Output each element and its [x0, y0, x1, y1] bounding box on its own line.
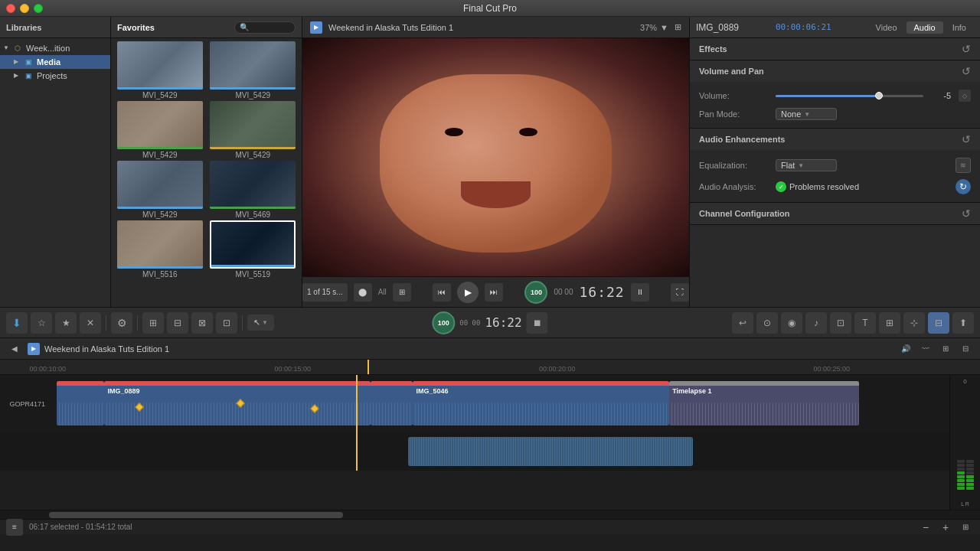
tag-button[interactable]: ★ — [55, 312, 77, 334]
select-tool-btn[interactable]: ↖ ▼ — [247, 315, 274, 331]
analyze-button[interactable] — [956, 179, 971, 194]
media-item-1[interactable]: MVI_5429 — [114, 41, 206, 99]
zoom-btn[interactable]: ⊞ — [937, 341, 954, 357]
app-title: Final Cut Pro — [463, 3, 517, 14]
transition-button[interactable]: ⊡ — [830, 312, 851, 334]
audio-enhancements-reset-icon[interactable]: ↺ — [962, 133, 971, 145]
clip-img0889[interactable]: IMG_0889 — [104, 381, 370, 425]
clip-timelapse[interactable]: Timelapse 1 — [669, 381, 859, 425]
media-thumb-6 — [210, 161, 296, 209]
vu-seg — [966, 464, 974, 467]
vu-seg — [966, 487, 974, 490]
stop-button[interactable]: ⏹ — [527, 312, 548, 334]
rate-button[interactable]: ☆ — [31, 312, 52, 334]
generator-button[interactable]: ⊞ — [879, 312, 900, 334]
audio-enhancements-title: Audio Enhancements — [699, 135, 785, 144]
effects-reset-icon[interactable]: ↺ — [962, 43, 971, 55]
clip-body-0889: IMG_0889 — [104, 386, 370, 425]
clip-img-short[interactable] — [371, 381, 413, 425]
slider-fill — [776, 95, 879, 97]
effects-header[interactable]: Effects ↺ — [690, 38, 980, 60]
volume-pan-reset-icon[interactable]: ↺ — [962, 65, 971, 77]
skip-back-button[interactable]: ⏮ — [433, 283, 451, 302]
search-bar[interactable]: 🔍 — [234, 21, 296, 34]
fullscreen-button[interactable]: ⛶ — [671, 283, 689, 302]
skip-forward-button[interactable]: ⏭ — [485, 283, 503, 302]
vu-lr-label: L R — [961, 501, 969, 507]
media-item-2[interactable]: MVI_5429 — [207, 41, 299, 99]
vu-seg — [957, 464, 965, 467]
library-item-week[interactable]: ▼ ⬡ Week...ition — [0, 41, 110, 55]
eq-editor-btn[interactable]: ≋ — [956, 158, 971, 173]
slider-thumb[interactable] — [875, 92, 883, 99]
zoom-in-btn[interactable]: + — [937, 519, 954, 536]
inspector-header: IMG_0889 00:00:06:21 Video Audio Info — [690, 17, 980, 38]
transform-button[interactable]: ⊹ — [903, 312, 925, 334]
back-button[interactable]: ◀ — [6, 341, 23, 357]
snapshot-button[interactable]: ⊙ — [756, 312, 778, 334]
library-icon: ⬡ — [12, 43, 23, 54]
clip-count-display: 1 of 15 s... — [302, 283, 348, 302]
audio-meter-btn[interactable]: 🔊 — [897, 341, 914, 357]
audio-enhancements-header[interactable]: Audio Enhancements ↺ — [690, 129, 980, 150]
play-button[interactable]: ▶ — [457, 282, 479, 303]
library-item-media[interactable]: ▶ ▣ Media — [0, 55, 110, 69]
connect-button[interactable]: ⊞ — [142, 312, 164, 334]
thumb-bar-5 — [117, 207, 203, 209]
channel-config-reset-icon[interactable]: ↺ — [962, 207, 971, 220]
library-item-projects[interactable]: ▶ ▣ Projects — [0, 69, 110, 83]
clip-list-btn[interactable]: ≡ — [6, 519, 23, 536]
media-item-3[interactable]: MVI_5429 — [114, 101, 206, 159]
volume-pan-header[interactable]: Volume and Pan ↺ — [690, 60, 980, 82]
timeline-scrollbar[interactable] — [0, 510, 980, 519]
volume-slider[interactable] — [776, 95, 923, 97]
overwrite-button[interactable]: ⊡ — [216, 312, 237, 334]
preview-video — [302, 38, 689, 276]
tab-info[interactable]: Info — [945, 21, 974, 34]
media-item-8[interactable]: MVI_5519 — [207, 220, 299, 279]
vu-seg — [957, 487, 965, 490]
clip-name: IMG_0889 — [696, 22, 739, 33]
eq-dropdown[interactable]: Flat ▼ — [776, 159, 837, 171]
reject-button[interactable]: ✕ — [80, 312, 101, 334]
view-toggle[interactable]: ⊞ — [393, 283, 411, 302]
volume-keyframe-btn[interactable]: ◇ — [959, 90, 971, 102]
audio-clip[interactable] — [408, 437, 693, 466]
close-button[interactable] — [6, 4, 15, 13]
channel-config-header[interactable]: Channel Configuration ↺ — [690, 203, 980, 224]
fit-btn[interactable]: ⊞ — [957, 519, 974, 536]
scrollbar-thumb[interactable] — [49, 512, 343, 518]
music-button[interactable]: ♪ — [805, 312, 827, 334]
libraries-panel: Libraries ▼ ⬡ Week...ition ▶ ▣ Media ▶ ▣… — [0, 17, 111, 307]
photo-button[interactable]: ◉ — [781, 312, 802, 334]
media-item-4[interactable]: MVI_5429 — [207, 101, 299, 159]
enhance-button[interactable]: ⚙ — [111, 312, 132, 334]
zoom-out-btn[interactable]: − — [917, 519, 934, 536]
filter-button[interactable]: ⬤ — [354, 283, 372, 302]
clip-gopr[interactable] — [57, 381, 104, 425]
layout-btn[interactable]: ⊟ — [957, 341, 974, 357]
insert-button[interactable]: ⊟ — [167, 312, 188, 334]
waveform-btn[interactable]: 〰 — [917, 341, 934, 357]
tab-audio[interactable]: Audio — [906, 21, 943, 34]
import-button[interactable]: ⬇ — [6, 312, 28, 334]
favorites-tab[interactable]: Favorites — [117, 23, 155, 32]
append-button[interactable]: ⊠ — [191, 312, 213, 334]
share-button[interactable]: ⬆ — [952, 312, 974, 334]
title-button[interactable]: T — [854, 312, 876, 334]
sep1 — [106, 315, 106, 331]
media-item-7[interactable]: MVI_5516 — [114, 220, 206, 279]
media-item-6[interactable]: MVI_5469 — [207, 161, 299, 219]
clip-img5046[interactable]: IMG_5046 — [413, 381, 669, 425]
preview-area: ▶ Weekend in Alaska Tuts Edition 1 37% ▼… — [302, 17, 689, 307]
maximize-button[interactable] — [34, 4, 43, 13]
inspector-button[interactable]: ⊟ — [928, 312, 949, 334]
pan-mode-dropdown[interactable]: None ▼ — [776, 108, 837, 120]
tab-video[interactable]: Video — [868, 21, 905, 34]
minimize-button[interactable] — [20, 4, 29, 13]
audio-track — [0, 432, 949, 471]
expand-icon-media: ▶ — [14, 58, 21, 66]
pause-button[interactable]: ⏸ — [631, 283, 649, 302]
media-item-5[interactable]: MVI_5429 — [114, 161, 206, 219]
undo-button[interactable]: ↩ — [732, 312, 753, 334]
